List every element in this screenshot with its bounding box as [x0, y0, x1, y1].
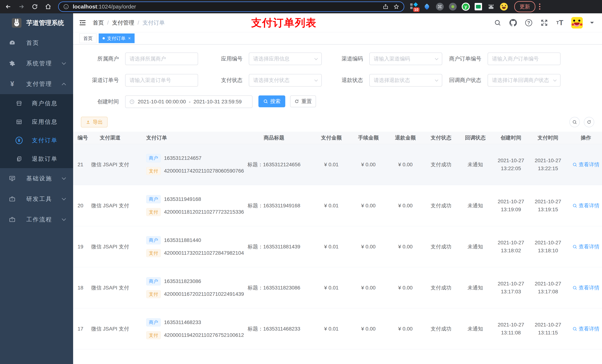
close-icon[interactable]: ×	[128, 36, 131, 41]
extension-balloon-icon[interactable]	[423, 3, 431, 11]
view-detail-link[interactable]: 查看详情	[572, 325, 599, 332]
search-icon[interactable]	[494, 19, 502, 27]
pay-order-no: 4200001174202110278060590766	[164, 168, 244, 174]
sidebar-item-app-info[interactable]: 应用信息	[0, 113, 73, 131]
extension-chat-icon[interactable]	[475, 3, 482, 10]
extension-record-icon[interactable]	[449, 3, 457, 11]
refund-status-select[interactable]: 请选择退款状态	[369, 74, 442, 87]
help-icon[interactable]: ?	[525, 19, 533, 27]
pay-tag: 支付	[146, 167, 161, 175]
extension-emoji-icon[interactable]	[500, 3, 508, 11]
cell-id: 19	[73, 226, 89, 267]
address-bar[interactable]: localhost:1024/pay/order	[58, 1, 404, 12]
filter-label: 商户订单编号	[449, 55, 481, 62]
pay-status-select[interactable]: 请选择支付状态	[249, 74, 322, 87]
toggle-search-button[interactable]	[570, 117, 580, 127]
sidebar-item-pay-order[interactable]: ¥ 支付订单	[0, 131, 73, 150]
sidebar-item-merchant-info[interactable]: 商户信息	[0, 94, 73, 113]
refresh-table-button[interactable]	[584, 117, 594, 127]
avatar[interactable]	[571, 17, 583, 29]
filter-label: 渠道订单号	[92, 77, 119, 84]
sidebar-item-refund-order[interactable]: 退款订单	[0, 150, 73, 168]
sidebar-item-infrastructure[interactable]: 基础设施	[0, 168, 73, 189]
sidebar-item-payment[interactable]: ¥ 支付管理	[0, 74, 73, 94]
browser-update-button[interactable]: 更新	[514, 1, 535, 12]
extension-command-icon[interactable]	[436, 3, 444, 11]
breadcrumb-payment[interactable]: 支付管理	[112, 19, 134, 27]
cell-id: 21	[73, 144, 89, 185]
sidebar-item-home[interactable]: 首页	[0, 32, 73, 53]
merchant-order-no-field[interactable]	[492, 56, 556, 62]
cell-notify: 未通知	[458, 185, 492, 226]
merchant-order-no-input[interactable]	[488, 52, 560, 65]
export-button[interactable]: 导出	[81, 117, 108, 127]
browser-menu-icon[interactable]	[539, 3, 540, 10]
col-channel: 支付渠道	[89, 132, 131, 144]
channel-order-no-input[interactable]	[125, 74, 198, 87]
sidebar-collapse-icon[interactable]	[79, 19, 86, 27]
notify-status-select[interactable]: 请选择订单回调商户状态	[488, 74, 560, 87]
tab-pay-order[interactable]: 支付订单 ×	[99, 33, 135, 43]
share-icon[interactable]	[383, 4, 388, 10]
breadcrumb-separator: /	[138, 20, 139, 26]
sidebar-item-label: 工作流程	[26, 216, 62, 223]
cell-notify: 未通知	[458, 308, 492, 349]
view-detail-link[interactable]: 查看详情	[572, 202, 599, 209]
browser-reload-button[interactable]	[30, 1, 40, 12]
channel-order-no-field[interactable]	[129, 77, 194, 83]
merchant-input-field[interactable]	[129, 56, 194, 62]
merchant-input[interactable]	[125, 52, 198, 65]
reset-button[interactable]: 重置	[290, 95, 316, 107]
view-detail-link[interactable]: 查看详情	[572, 284, 599, 291]
cell-actions: 查看详情	[567, 308, 602, 349]
col-id: 编号	[73, 132, 89, 144]
tab-home[interactable]: 首页	[79, 33, 97, 43]
cell-refund: ¥ 0.00	[387, 267, 424, 308]
table-body: 21 微信 JSAPI 支付 商户 1635312124657 支付 42000…	[73, 144, 602, 349]
pay-tag: 支付	[146, 208, 161, 216]
url-text[interactable]: localhost:1024/pay/order	[73, 3, 378, 10]
browser-forward-button[interactable]	[16, 1, 27, 12]
chevron-down-icon	[62, 61, 66, 65]
sidebar-item-dev-tools[interactable]: 研发工具	[0, 189, 73, 209]
sidebar-item-system[interactable]: 系统管理	[0, 53, 73, 74]
filter-app-id: 应用编号 请选择应用信息	[198, 52, 322, 65]
date-range-picker[interactable]: 2021-10-01 00:00:00 - 2021-10-31 23:59:5…	[125, 95, 252, 108]
cell-id: 20	[73, 185, 89, 226]
app-id-select[interactable]: 请选择应用信息	[249, 52, 322, 65]
view-detail-link[interactable]: 查看详情	[572, 243, 599, 250]
search-button[interactable]: 搜索	[258, 95, 285, 107]
cell-created: 2021-10-27 13:22:05	[492, 144, 529, 185]
bookmark-star-icon[interactable]	[393, 4, 399, 10]
sidebar-item-workflow[interactable]: 工作流程	[0, 209, 73, 230]
pay-order-no: 4200001167202110271022491439	[164, 291, 244, 297]
app-logo[interactable]: 芋道管理系统	[0, 13, 73, 32]
col-paid: 支付时间	[529, 132, 567, 144]
sidebar-item-label: 首页	[26, 39, 65, 47]
breadcrumb-home[interactable]: 首页	[93, 19, 104, 27]
github-icon[interactable]	[509, 19, 517, 27]
browser-home-button[interactable]	[43, 1, 53, 12]
avatar-caret-icon[interactable]	[590, 22, 594, 26]
sidebar-item-label: 应用信息	[32, 118, 58, 126]
table-row: 18 微信 JSAPI 支付 商户 1635311823086 支付 42000…	[73, 267, 602, 308]
logo-rabbit-icon	[12, 18, 22, 28]
extensions-puzzle-icon[interactable]	[487, 3, 495, 11]
col-created: 创建时间	[492, 132, 529, 144]
cell-pay-order: 商户 1635311949168 支付 42000011812021102777…	[131, 185, 235, 226]
view-detail-link[interactable]: 查看详情	[572, 161, 599, 168]
channel-code-select[interactable]: 请输入渠道编码	[369, 52, 442, 65]
fullscreen-icon[interactable]	[540, 19, 548, 27]
cell-created: 2021-10-27 13:18:02	[492, 226, 529, 267]
cell-amount: ¥ 0.01	[313, 144, 350, 185]
font-size-icon[interactable]: TT	[556, 19, 564, 27]
search-icon	[572, 326, 577, 331]
browser-back-button[interactable]	[3, 1, 13, 12]
extension-y-icon[interactable]: y	[462, 3, 470, 11]
merchant-order-no: 1635311468233	[164, 319, 201, 325]
merchant-tag: 商户	[146, 277, 161, 285]
url-path: :1024/pay/order	[97, 3, 136, 10]
extension-blocks-icon[interactable]: 10	[410, 3, 418, 11]
breadcrumb: 首页 / 支付管理 / 支付订单	[93, 19, 165, 27]
site-info-icon[interactable]	[63, 4, 69, 10]
